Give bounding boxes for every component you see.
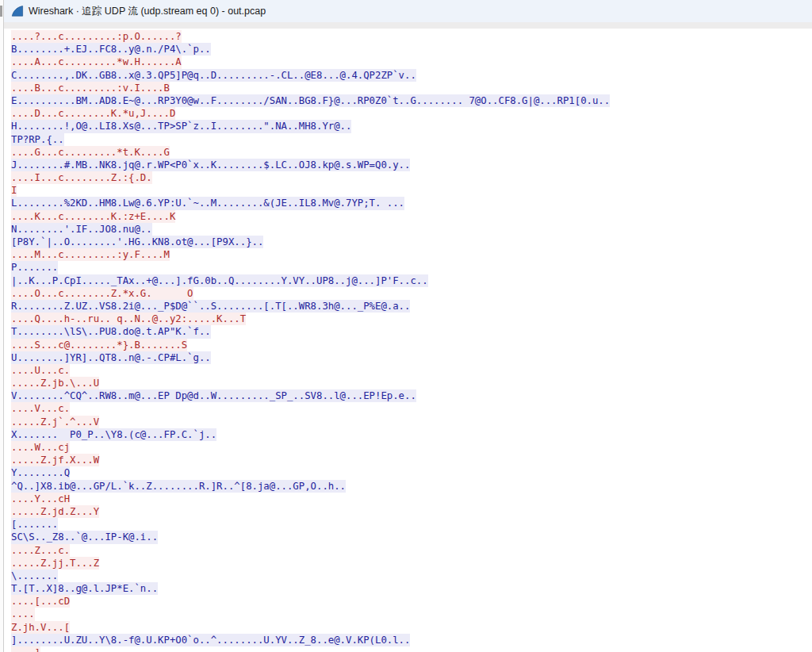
stream-line-server: T........\lS\..PU8.do@.t.AP"K.`f.. bbox=[11, 325, 812, 338]
stream-line-client: .....Z.jb.\...U bbox=[11, 377, 812, 389]
window-left-border bbox=[0, 0, 4, 652]
window-edge-notch bbox=[0, 6, 2, 17]
stream-line-client: Z.jh.V...[ bbox=[11, 621, 812, 634]
stream-line-server: [....... bbox=[11, 518, 812, 531]
stream-line-client: ....[...cD bbox=[11, 595, 812, 608]
stream-line-server: N........'.IF..JO8.nu@.. bbox=[11, 223, 812, 236]
window-title: Wireshark · 追踪 UDP 流 (udp.stream eq 0) -… bbox=[29, 5, 266, 18]
stream-line-client: ....D...c........K.*u,J....D bbox=[11, 107, 812, 120]
stream-line-server: TP?RP.{.. bbox=[11, 133, 812, 146]
stream-line-client: ....G...c.........*t.K....G bbox=[11, 146, 812, 159]
wireshark-logo-icon bbox=[11, 5, 24, 17]
stream-line-server: H........!,O@..LI8.Xs@...TP>SP`z..I.....… bbox=[11, 120, 812, 132]
stream-line-server: X....... P0_P..\Y8.(c@...FP.C.`j.. bbox=[11, 428, 812, 441]
stream-line-server: ^Q..]X8.ib@...GP/L.`k..Z........R.]R..^[… bbox=[11, 480, 812, 493]
stream-line-client: ....A...c.........*w.H......A bbox=[11, 56, 812, 68]
stream-line-client: .....Z.j`.^...V bbox=[11, 416, 812, 428]
titlebar-separator bbox=[4, 22, 812, 29]
stream-line-client: I bbox=[11, 184, 812, 197]
stream-line-server: R........Z.UZ..VS8.2i@..._P$D@``..S.....… bbox=[11, 300, 812, 313]
stream-line-server: E..........BM..AD8.E~@...RP3Y0@w..F.....… bbox=[11, 94, 812, 107]
stream-line-client: ....V...c. bbox=[11, 402, 812, 415]
stream-line-server: |..K...P.CpI....._TAx..+@...].fG.0b..Q..… bbox=[11, 274, 812, 287]
stream-line-server: Y........Q bbox=[11, 466, 812, 479]
stream-line-client: ....?...c.........:p.O......? bbox=[11, 30, 812, 43]
stream-line-client: .... bbox=[11, 608, 812, 620]
stream-line-server: ]........U.ZU..Y\8.-f@.U.KP+O0`o..^.....… bbox=[11, 634, 812, 646]
stream-line-client: ....U...c. bbox=[11, 364, 812, 377]
stream-line-client: ....Y...cH bbox=[11, 493, 812, 505]
stream-line-client: ....K...c........K.:z+E....K bbox=[11, 210, 812, 223]
stream-line-client: ....B...c.........:v.I....B bbox=[11, 82, 812, 94]
stream-line-server: L........%2KD..HM8.Lw@.6.YP:U.`~..M.....… bbox=[11, 197, 812, 209]
stream-line-server: U........]YR]..QT8..n@.-.CP#L.`g.. bbox=[11, 351, 812, 364]
stream-line-client: .....Z.jj.T...Z bbox=[11, 557, 812, 570]
stream-line-client: ....I...c........Z.:{.D. bbox=[11, 171, 812, 184]
stream-line-server: T.[T..X]8..g@.l.JP*E.`n.. bbox=[11, 582, 812, 595]
stream-line-client: .....Z.jf.X...W bbox=[11, 454, 812, 466]
stream-line-client: ....S...c@........*}.B.......S bbox=[11, 339, 812, 351]
stream-line-client: ....] bbox=[11, 646, 812, 652]
window-titlebar[interactable]: Wireshark · 追踪 UDP 流 (udp.stream eq 0) -… bbox=[4, 0, 812, 22]
stream-line-client: ....Q....h-..ru.. q..N..@..y2:.....K...T bbox=[11, 313, 812, 325]
stream-line-server: [P8Y.`|..O........'.HG..KN8.ot@...[P9X..… bbox=[11, 236, 812, 248]
stream-line-server: B........+.EJ..FC8..y@.n./P4\.`p.. bbox=[11, 43, 812, 56]
stream-line-client: ....M...c.........:y.F....M bbox=[11, 248, 812, 261]
stream-line-server: P....... bbox=[11, 261, 812, 274]
stream-line-server: C........,.DK..GB8..x@.3.QP5]P@q..D.....… bbox=[11, 69, 812, 82]
follow-stream-text-pane[interactable]: ....?...c.........:p.O......?B........+.… bbox=[4, 29, 812, 652]
stream-line-server: J........#.MB..NK8.jq@.r.WP<P0`x..K.....… bbox=[11, 159, 812, 171]
stream-line-client: .....Z.jd.Z...Y bbox=[11, 505, 812, 518]
stream-line-server: SC\S.._Z8..`@...IP-K@.i.. bbox=[11, 531, 812, 543]
stream-line-server: V........^CQ^..RW8..m@...EP Dp@d..W.....… bbox=[11, 389, 812, 402]
stream-line-server: \....... bbox=[11, 570, 812, 582]
stream-line-client: ....O...c........Z.*x.G. O bbox=[11, 287, 812, 300]
stream-line-client: ....Z...c. bbox=[11, 544, 812, 557]
stream-line-client: ....W...cj bbox=[11, 441, 812, 454]
